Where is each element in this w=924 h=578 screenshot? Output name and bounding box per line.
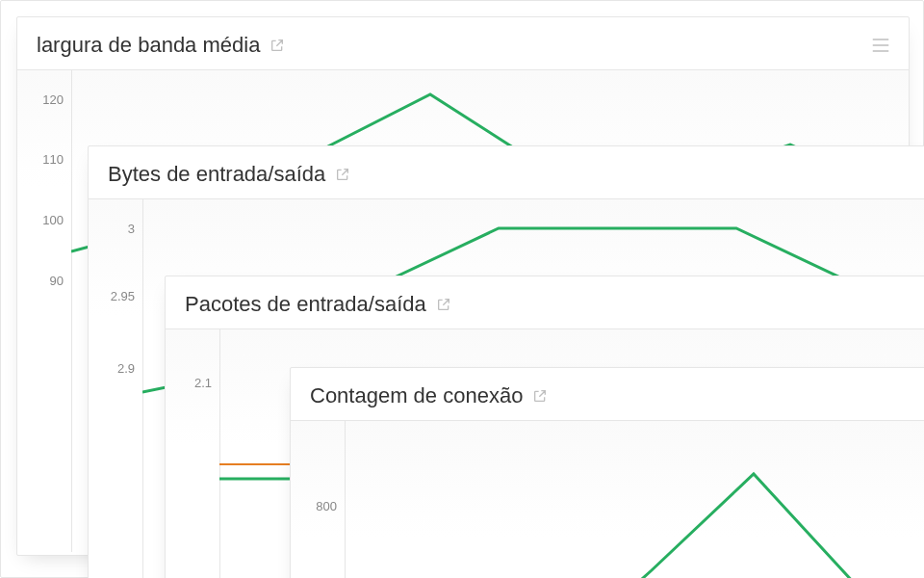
card-header: Pacotes de entrada/saída (166, 276, 924, 329)
y-tick: 800 (316, 499, 337, 513)
menu-icon[interactable] (872, 39, 889, 52)
card-header: Contagem de conexão (291, 368, 924, 421)
dashboard-stage: largura de banda média 120 110 100 90 (0, 0, 924, 578)
y-tick: 3 (128, 222, 135, 236)
popout-icon[interactable] (335, 167, 350, 182)
y-axis: 2.1 (166, 329, 219, 578)
y-tick: 90 (50, 274, 64, 288)
card-connections: Contagem de conexão 800 (290, 367, 924, 578)
y-tick: 2.95 (111, 289, 135, 303)
card-title: Contagem de conexão (310, 383, 523, 408)
y-axis: 3 2.95 2.9 (89, 199, 142, 578)
y-axis: 120 110 100 90 (17, 70, 71, 552)
card-title: largura de banda média (37, 33, 260, 58)
y-tick: 100 (42, 213, 64, 227)
y-tick: 120 (42, 92, 64, 107)
y-axis: 800 (291, 421, 345, 578)
y-tick: 110 (42, 152, 64, 167)
popout-icon[interactable] (270, 38, 285, 53)
card-header: Bytes de entrada/saída (89, 146, 924, 199)
popout-icon[interactable] (436, 297, 451, 312)
line-chart (345, 421, 924, 578)
popout-icon[interactable] (532, 388, 548, 404)
card-title: Bytes de entrada/saída (108, 162, 325, 187)
card-title: Pacotes de entrada/saída (185, 292, 426, 317)
y-tick: 2.1 (194, 376, 212, 390)
plot-area-connections: 800 (291, 421, 924, 578)
card-header: largura de banda média (17, 17, 909, 70)
y-tick: 2.9 (117, 361, 135, 376)
